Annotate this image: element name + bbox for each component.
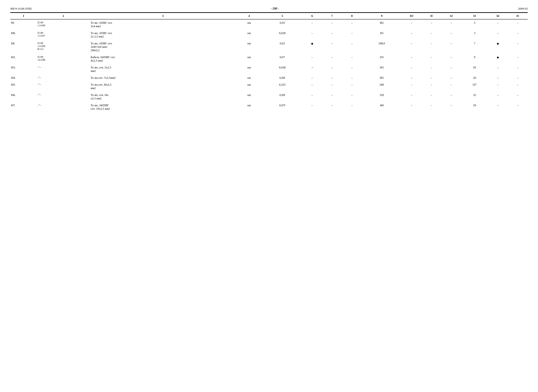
main-table: I 2 3 4 5 6 7 8 9 IO II I2 I3 I4 I5 99.I…	[10, 13, 528, 112]
header-right: 2049-03	[518, 7, 528, 10]
cell-1-6: –	[302, 19, 322, 30]
cell-8-12: –	[441, 92, 461, 102]
cell-3-1: I0I.	[10, 40, 37, 54]
cell-7-13: I37	[461, 81, 488, 92]
cell-3-14: ◆	[488, 40, 508, 54]
cell-5-1: I03.	[10, 64, 37, 75]
cell-1-7: –	[322, 19, 342, 30]
cell-2-6: –	[302, 30, 322, 40]
cell-9-13: 29	[461, 102, 488, 112]
cell-4-6: –	[302, 54, 322, 64]
table-header-row: I 2 3 4 5 6 7 8 9 IO II I2 I3 I4 I5	[10, 13, 528, 19]
cell-1-12: –	[441, 19, 461, 30]
cell-8-10: –	[402, 92, 422, 102]
col-header-3: 3	[90, 13, 236, 19]
cell-5-4: км	[236, 64, 262, 75]
cell-5-15: –	[508, 64, 528, 75]
cell-2-3: То же, АПВГ сеч.2х 2,5 мм2	[90, 30, 236, 40]
cell-2-15: –	[508, 30, 528, 40]
table-row: I04.–″–То же,сеч. 7х2,5мм2км0,II0–––I85–…	[10, 75, 528, 81]
table-row: I06.–″–То же, сеч. I4хх2,5 мм2км0,I0I–––…	[10, 92, 528, 102]
cell-1-14: –	[488, 19, 508, 30]
cell-8-6: –	[302, 92, 322, 102]
cell-7-8: –	[342, 81, 362, 92]
cell-7-2: –″–	[37, 81, 90, 92]
cell-2-13: 3	[461, 30, 488, 40]
cell-1-8: –	[342, 19, 362, 30]
cell-1-13: 5	[461, 19, 488, 30]
cell-8-3: То же, сеч. I4хх2,5 мм2	[90, 92, 236, 102]
cell-4-5: 0,07	[262, 54, 302, 64]
cell-5-14: –	[488, 64, 508, 75]
cell-3-7: –	[322, 40, 342, 54]
cell-9-8: –	[342, 102, 362, 112]
cell-3-8: –	[342, 40, 362, 54]
cell-7-5: 0,525	[262, 81, 302, 92]
cell-9-14: –	[488, 102, 508, 112]
cell-6-11: –	[422, 75, 442, 81]
cell-8-7: –	[322, 92, 342, 102]
table-row: I03.–″–То же, сеч. 5х2,5мм2км0,638→––I45…	[10, 64, 528, 75]
cell-7-10: –	[402, 81, 422, 92]
cell-5-5: 0,638	[262, 64, 302, 75]
cell-9-3: То же, АКПВГсеч. 19х2,5 мм2	[90, 102, 236, 112]
cell-5-11: –	[422, 64, 442, 75]
cell-9-15: –	[508, 102, 528, 112]
cell-4-3: Кабель АКПВГ сеч.4х2,5 мм2	[90, 54, 236, 64]
cell-3-12: –	[441, 40, 461, 54]
cell-8-5: 0,I0I	[262, 92, 302, 102]
cell-3-4: км	[236, 40, 262, 54]
cell-5-8: –	[342, 64, 362, 75]
cell-8-15: –	[508, 92, 528, 102]
cell-7-1: I05.	[10, 81, 37, 92]
cell-7-11: –	[422, 81, 442, 92]
cell-9-6: –	[302, 102, 322, 112]
cell-6-10: –	[402, 75, 422, 81]
cell-4-12: –	[441, 54, 461, 64]
cell-7-14: –	[488, 81, 508, 92]
col-header-1: I	[10, 13, 37, 19]
cell-2-5: 0,028	[262, 30, 302, 40]
cell-3-9: 348,0	[362, 40, 402, 54]
page-header: 90I-9-14.84 (VIII) - 190 - 2049-03	[10, 7, 528, 10]
table-row: I0I.I5-09т.3-038К=I,2То же, АПВГ сеч.3хI…	[10, 40, 528, 54]
cell-7-7: –	[322, 81, 342, 92]
cell-2-12: –	[441, 30, 461, 40]
cell-2-14: –	[488, 30, 508, 40]
cell-4-14: ◆	[488, 54, 508, 64]
cell-8-9: 320	[362, 92, 402, 102]
cell-2-4: км	[236, 30, 262, 40]
cell-4-11: –	[422, 54, 442, 64]
cell-8-1: I06.	[10, 92, 37, 102]
cell-9-1: I07.	[10, 102, 37, 112]
cell-2-8: –	[342, 30, 362, 40]
cell-4-8: –	[342, 54, 362, 64]
cell-3-13: 7	[461, 40, 488, 54]
col-header-12: I2	[441, 13, 461, 19]
cell-4-9: I35	[362, 54, 402, 64]
cell-3-3: То же, АПВГ сеч.3хI0+Iх6 мм2290хI,2	[90, 40, 236, 54]
cell-2-9: II5	[362, 30, 402, 40]
cell-5-2: –″–	[37, 64, 90, 75]
cell-6-2: –″–	[37, 75, 90, 81]
cell-6-14: –	[488, 75, 508, 81]
cell-7-9: 260	[362, 81, 402, 92]
cell-9-2: –″–	[37, 102, 90, 112]
cell-6-5: 0,II0	[262, 75, 302, 81]
cell-8-4: км	[236, 92, 262, 102]
header-left: 90I-9-14.84 (VIII)	[10, 7, 32, 10]
cell-7-6: –	[302, 81, 322, 92]
cell-1-1: 99.	[10, 19, 37, 30]
col-header-5: 5	[262, 13, 302, 19]
col-header-10: IO	[402, 13, 422, 19]
col-header-13: I3	[461, 13, 488, 19]
cell-6-4: км	[236, 75, 262, 81]
cell-9-12: –	[441, 102, 461, 112]
cell-7-3: То же,сеч. I0х2,5мм2	[90, 81, 236, 92]
col-header-2: 2	[37, 13, 90, 19]
cell-5-12: –	[441, 64, 461, 75]
cell-8-14: –	[488, 92, 508, 102]
col-header-9: 9	[362, 13, 402, 19]
cell-5-7: –	[322, 64, 342, 75]
cell-6-6: –	[302, 75, 322, 81]
